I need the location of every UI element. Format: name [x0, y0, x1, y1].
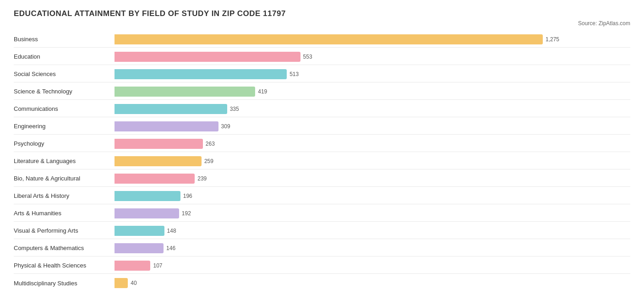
bar-fill [115, 191, 180, 201]
bar-row: Education553 [14, 49, 630, 65]
bar-row: Multidisciplinary Studies40 [14, 275, 630, 289]
bar-area: 335 [115, 104, 630, 114]
bar-row: Social Sciences513 [14, 66, 630, 82]
bar-label: Literature & Languages [14, 158, 115, 164]
bar-fill [115, 34, 543, 44]
bar-area: 263 [115, 139, 630, 149]
bar-fill [115, 174, 195, 184]
bar-row: Computers & Mathematics146 [14, 240, 630, 256]
bar-row: Psychology263 [14, 136, 630, 152]
bar-fill [115, 243, 164, 253]
bar-fill [115, 261, 150, 271]
bar-area: 196 [115, 191, 630, 201]
bar-row: Engineering309 [14, 118, 630, 135]
bar-area: 107 [115, 261, 630, 271]
bar-label: Liberal Arts & History [14, 192, 115, 199]
bar-label: Visual & Performing Arts [14, 227, 115, 234]
bar-label: Multidisciplinary Studies [14, 280, 115, 287]
bar-value-label: 107 [153, 262, 162, 269]
bar-fill [115, 278, 128, 288]
bar-value-label: 40 [131, 280, 136, 286]
bar-fill [115, 69, 287, 79]
bar-area: 146 [115, 243, 630, 253]
bar-value-label: 309 [221, 123, 230, 130]
bar-label: Education [14, 53, 115, 60]
bar-area: 1,275 [115, 34, 630, 44]
bar-row: Physical & Health Sciences107 [14, 257, 630, 274]
source-label: Source: ZipAtlas.com [14, 20, 630, 27]
bar-label: Engineering [14, 123, 115, 130]
bar-value-label: 192 [182, 210, 191, 217]
bar-label: Computers & Mathematics [14, 245, 115, 251]
bar-fill [115, 208, 179, 218]
bar-area: 148 [115, 226, 630, 236]
bar-fill [115, 121, 218, 131]
bar-value-label: 239 [197, 175, 207, 182]
bar-row: Liberal Arts & History196 [14, 188, 630, 204]
bar-area: 239 [115, 174, 630, 184]
bar-area: 513 [115, 69, 630, 79]
bar-label: Bio, Nature & Agricultural [14, 175, 115, 182]
bar-area: 192 [115, 208, 630, 218]
bar-area: 309 [115, 121, 630, 131]
bar-label: Physical & Health Sciences [14, 262, 115, 269]
bar-value-label: 553 [303, 54, 312, 60]
bar-row: Arts & Humanities192 [14, 205, 630, 222]
bar-area: 553 [115, 52, 630, 62]
bar-fill [115, 52, 300, 62]
bar-value-label: 1,275 [546, 36, 559, 43]
chart-container: Business1,275Education553Social Sciences… [14, 31, 630, 289]
bar-label: Social Sciences [14, 71, 115, 77]
bar-fill [115, 226, 164, 236]
bar-row: Business1,275 [14, 31, 630, 48]
bar-fill [115, 139, 203, 149]
bar-value-label: 335 [230, 106, 239, 112]
bar-value-label: 513 [289, 71, 299, 77]
bar-fill [115, 156, 202, 166]
bar-value-label: 148 [167, 228, 176, 234]
bar-row: Science & Technology419 [14, 83, 630, 100]
bar-value-label: 263 [206, 141, 215, 147]
bar-value-label: 196 [183, 193, 192, 199]
bar-fill [115, 87, 255, 97]
bar-fill [115, 104, 227, 114]
bar-row: Bio, Nature & Agricultural239 [14, 170, 630, 187]
bar-row: Visual & Performing Arts148 [14, 223, 630, 239]
bar-row: Literature & Languages259 [14, 153, 630, 169]
bar-label: Arts & Humanities [14, 210, 115, 217]
page-title: EDUCATIONAL ATTAINMENT BY FIELD OF STUDY… [14, 9, 630, 18]
bar-value-label: 146 [166, 245, 175, 251]
bar-row: Communications335 [14, 101, 630, 117]
bar-label: Science & Technology [14, 88, 115, 95]
bar-area: 40 [115, 278, 630, 288]
bar-value-label: 259 [204, 158, 213, 164]
bar-label: Communications [14, 105, 115, 112]
bar-label: Psychology [14, 140, 115, 147]
bar-value-label: 419 [258, 88, 267, 95]
bar-label: Business [14, 36, 115, 43]
bar-area: 259 [115, 156, 630, 166]
bar-area: 419 [115, 87, 630, 97]
